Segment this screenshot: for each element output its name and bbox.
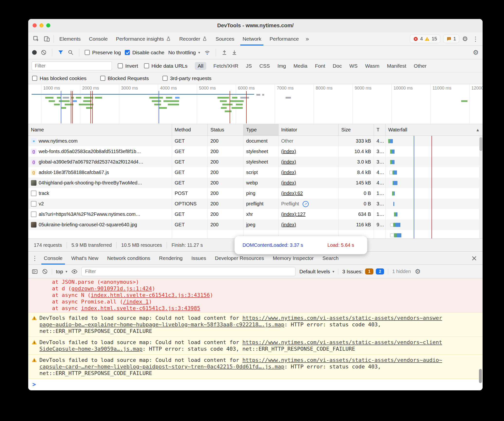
console-prompt[interactable]: > [28, 379, 483, 388]
column-header-type[interactable]: Type [243, 124, 279, 136]
inspect-element-icon[interactable] [31, 32, 41, 46]
initiator-link[interactable]: (index) [281, 180, 296, 185]
checkbox-unchecked[interactable] [118, 63, 123, 68]
request-row[interactable]: adslot-18e3f7b58188cafcba67.js GET 200 s… [28, 167, 483, 178]
request-row[interactable]: 04highland-park-shooting-hp-threeByTwoMe… [28, 178, 483, 188]
drawer-tab[interactable]: Console [39, 252, 67, 265]
drawer-tab[interactable]: Rendering [155, 252, 187, 265]
drawer-tab[interactable]: What's New [67, 252, 103, 265]
initiator-link[interactable]: (index):62 [281, 191, 303, 196]
main-tab[interactable]: Performance insights [112, 32, 175, 46]
checkbox-unchecked[interactable] [85, 50, 90, 55]
request-row[interactable]: als?uri=https%3A%2F%2Fwww.nytimes.com… G… [28, 209, 483, 220]
kebab-menu-icon[interactable]: ⋮ [471, 35, 480, 43]
drawer-tab[interactable]: Issues [187, 252, 211, 265]
preserve-log-checkbox[interactable]: Preserve log [85, 50, 121, 55]
main-tab[interactable]: Performance [265, 32, 303, 46]
resource-type-filter[interactable]: Img [277, 62, 287, 70]
column-header-initiator[interactable]: Initiator [279, 124, 339, 136]
export-har-icon[interactable] [231, 49, 237, 55]
request-row[interactable]: www.nytimes.com GET 200 document Other 3… [28, 136, 483, 146]
stack-source-link[interactable]: index.html.svelte-c61541c3.js:3:43985 [81, 305, 200, 311]
resource-type-filter[interactable]: CSS [259, 62, 270, 70]
console-sidebar-icon[interactable] [32, 268, 38, 275]
console-settings-gear-icon[interactable]: ⚙ [415, 268, 421, 275]
network-settings-gear-icon[interactable]: ⚙ [473, 49, 479, 56]
error-warning-badges[interactable]: 4 15 [410, 35, 440, 43]
invert-checkbox[interactable]: Invert [118, 63, 138, 69]
resource-type-filter[interactable]: WS [349, 62, 358, 70]
column-header-time[interactable]: T [374, 124, 386, 136]
column-header-name[interactable]: Name [28, 124, 172, 136]
main-tab[interactable]: Sources [211, 32, 238, 46]
throttling-select[interactable]: No throttling ▾ [168, 50, 200, 55]
resource-type-filter[interactable]: Manifest [387, 62, 407, 70]
issues-counter[interactable]: 3 Issues: 1 2 [342, 268, 384, 275]
resource-type-filter[interactable]: Wasm [365, 62, 380, 70]
main-tab[interactable]: Recorder [175, 32, 211, 46]
initiator-link[interactable]: (index) [281, 170, 296, 175]
import-har-icon[interactable] [221, 49, 227, 55]
search-icon[interactable] [68, 49, 74, 55]
checkbox-unchecked[interactable] [144, 63, 149, 68]
request-row[interactable]: 05ukraine-briefing-carousel-02-square640… [28, 220, 483, 230]
more-tabs-button[interactable]: » [303, 32, 312, 46]
resource-type-filter[interactable]: JS [245, 62, 252, 70]
hide-data-urls-checkbox[interactable]: Hide data URLs [144, 63, 188, 69]
console-filter-input[interactable] [81, 267, 296, 276]
settings-gear-icon[interactable]: ⚙ [462, 35, 468, 43]
initiator-link[interactable]: (index):127 [281, 211, 306, 217]
network-filter-input[interactable] [32, 62, 112, 70]
request-row[interactable]: web-fonts.d05a02583ca20b8afd5115f3ef8f1b… [28, 146, 483, 157]
main-tab[interactable]: Network [238, 32, 265, 46]
column-header-waterfall[interactable]: Waterfall ▲ [386, 124, 483, 136]
checkbox-unchecked[interactable] [162, 76, 168, 81]
record-network-log-button[interactable] [32, 50, 37, 55]
network-overview[interactable]: 1000 ms 2000 ms 3000 ms 4000 ms 5000 ms … [28, 84, 483, 124]
resource-type-filter[interactable]: Font [315, 62, 326, 70]
drawer-tab[interactable]: Network conditions [103, 252, 154, 265]
checkbox-unchecked[interactable] [100, 76, 105, 81]
checkbox-unchecked[interactable] [32, 76, 37, 81]
request-row[interactable]: v2 OPTIONS 200 preflight Preflight ↗ 0 B… [28, 199, 483, 209]
clear-console-icon[interactable] [42, 268, 48, 275]
issues-badge[interactable]: 1 [443, 35, 459, 43]
table-scrollbar-thumb[interactable] [479, 137, 482, 151]
disable-cache-checkbox[interactable]: Disable cache [125, 50, 164, 55]
column-header-size[interactable]: Size [339, 124, 374, 136]
stack-source-link[interactable]: godzown-9010971d.js:1:424 [71, 285, 152, 292]
resource-type-filter[interactable]: Other [413, 62, 427, 70]
stack-source-link[interactable]: index.html.svelte-c61541c3.js:3:43156 [91, 292, 210, 298]
log-levels-select[interactable]: Default levels ▾ [299, 269, 334, 275]
device-toolbar-icon[interactable] [41, 32, 52, 46]
initiator-link[interactable]: Preflight [281, 201, 299, 206]
initiator-link[interactable]: (index) [281, 222, 296, 227]
filter-funnel-icon[interactable] [58, 49, 64, 55]
close-drawer-icon[interactable]: × [468, 254, 481, 262]
resource-type-filter[interactable]: Fetch/XHR [213, 62, 239, 70]
checkbox-checked[interactable] [125, 50, 130, 55]
initiator-link[interactable]: Other [281, 138, 293, 144]
column-header-status[interactable]: Status [208, 124, 243, 136]
initiator-link[interactable]: (index) [281, 159, 296, 165]
resource-type-filter[interactable]: All [195, 62, 206, 70]
drawer-kebab-menu-icon[interactable]: ⋮ [30, 255, 39, 262]
main-tab[interactable]: Console [85, 32, 112, 46]
request-filter-checkbox[interactable]: Has blocked cookies [32, 75, 87, 81]
network-conditions-icon[interactable] [204, 49, 210, 56]
initiator-link[interactable]: (index) [281, 149, 296, 154]
column-header-method[interactable]: Method [172, 124, 208, 136]
javascript-context-select[interactable]: top ▾ [56, 269, 67, 275]
resource-type-filter[interactable]: Media [293, 62, 308, 70]
resource-type-filter[interactable]: Doc [332, 62, 342, 70]
stack-source-link[interactable]: /index 1 [123, 299, 149, 305]
console-scrollbar-thumb[interactable] [479, 369, 482, 383]
request-row[interactable]: global-a390e9d7a067927dd253742a2f0124d4…… [28, 157, 483, 167]
table-scrollbar-track[interactable] [479, 136, 483, 238]
clear-network-log-icon[interactable] [41, 49, 47, 55]
request-filter-checkbox[interactable]: Blocked Requests [100, 75, 149, 81]
request-row[interactable]: track POST 200 ping (index):62 0 B 1… [28, 188, 483, 199]
main-tab[interactable]: Elements [55, 32, 85, 46]
eye-icon[interactable] [71, 268, 78, 275]
request-filter-checkbox[interactable]: 3rd-party requests [162, 75, 211, 81]
